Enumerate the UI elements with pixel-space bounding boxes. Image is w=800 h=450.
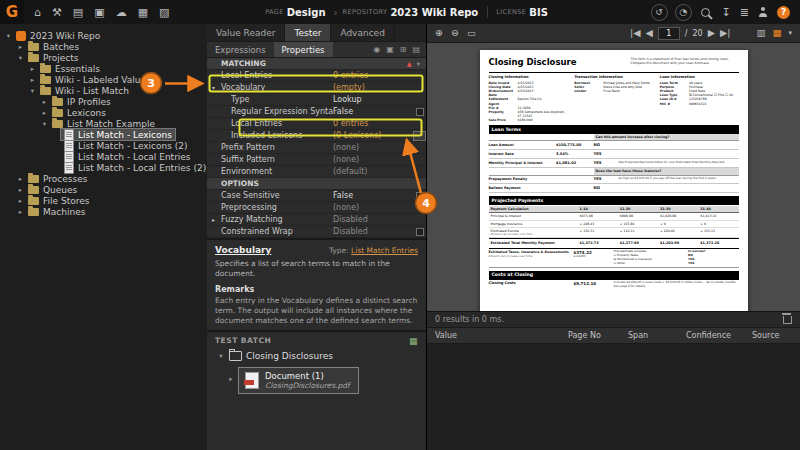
expander-icon[interactable]: ▸ [28,76,37,84]
page-number-input[interactable] [658,27,680,40]
property-value[interactable]: (empty) [333,83,413,92]
collapse-icon[interactable]: ▾ [417,60,420,68]
tree-item[interactable]: ▸ Processes [0,173,207,184]
expander-icon[interactable]: ▸ [16,43,25,51]
clear-results-trash-icon[interactable] [783,316,792,324]
tree-item[interactable]: List Match - Lexicons (2) [0,140,207,151]
stats-icon[interactable]: ▦ [138,7,148,18]
property-row[interactable]: Environment (default) [207,166,426,178]
preview-icon[interactable]: ◉ [373,45,380,54]
document-preview-page[interactable]: Closing Disclosure This form is a statem… [480,50,748,311]
design-tools-icon[interactable]: ⚒ [52,7,62,18]
property-row[interactable]: Type Lookup [207,94,426,106]
property-row[interactable]: Included Lexicons (0 Lexicons) [207,130,426,142]
download-icon[interactable]: ↧ [722,7,731,18]
property-value[interactable]: (default) [333,167,413,176]
property-editor-button[interactable] [413,108,426,116]
zoom-in-icon[interactable]: ⊕ [435,28,443,38]
expander-icon[interactable]: ▸ [16,208,25,216]
property-editor-button[interactable] [413,192,426,200]
results-table-body[interactable] [427,344,800,450]
property-value[interactable]: Disabled [333,215,413,224]
tree-item[interactable]: List Match - Lexicons [0,129,207,140]
last-page-icon[interactable]: ▶| [720,28,731,38]
tree-item[interactable]: ▾ 2023 Wiki Repo [0,30,207,41]
expander-icon[interactable]: ▾ [4,32,13,40]
highlight-results-icon[interactable]: ▦ [773,28,782,38]
prev-page-icon[interactable]: ◀ [645,28,652,38]
schedule-icon[interactable]: ◔ [675,4,692,21]
search-icon[interactable] [701,8,710,17]
tree-item[interactable]: ▸ Essentials [0,63,207,74]
results-column-header[interactable]: Page No [564,331,624,340]
tree-item[interactable]: ▸ File Stores [0,195,207,206]
property-value[interactable]: (0 Lexicons) [333,131,413,140]
save-icon[interactable]: ▣ [386,45,394,54]
property-row[interactable]: Case Sensitive False [207,190,426,202]
help-icon[interactable]: ? [777,6,790,19]
property-value[interactable]: Disabled [333,227,413,236]
sub-tab[interactable]: Expressions [207,42,274,57]
home-icon[interactable]: ⌂ [34,7,41,18]
results-column-header[interactable]: Span [624,331,682,340]
property-value[interactable]: (none) [333,155,413,164]
expander-icon[interactable]: ▾ [16,54,25,62]
reports-icon[interactable]: ▨ [159,7,169,18]
test-batch-icon[interactable]: ▦ [409,336,418,346]
property-value[interactable]: False [333,107,413,116]
tree-item[interactable]: ▸ Batches [0,41,207,52]
user-icon[interactable] [758,7,768,17]
layout-icon[interactable]: ▥ [757,28,766,38]
expander-icon[interactable]: ▸ [28,65,37,73]
property-value[interactable]: 0 entries [333,71,413,80]
projects-icon[interactable]: ▣ [94,7,104,18]
expander-icon[interactable]: ▸ [16,197,25,205]
type-link[interactable]: List Match Entries [351,246,418,255]
property-value[interactable]: 0 entries [333,119,413,128]
batch-document-item[interactable]: Document (1) ClosingDisclosures.pdf [238,367,359,394]
tree-item[interactable]: ▾ Wiki - List Match [0,85,207,96]
tree-item[interactable]: ▾ List Match Example [0,118,207,129]
expander-icon[interactable]: ▸ [16,175,25,183]
expander-icon[interactable]: ▾ [40,120,49,128]
sync-icon[interactable]: ↺ [651,4,668,21]
batch-folder-row[interactable]: ▾ Closing Disclosures [207,348,426,361]
tree-item[interactable]: ▸ Queues [0,184,207,195]
expander-icon[interactable]: ▸ [227,375,235,383]
repository-value[interactable]: 2023 Wiki Repo [390,7,478,18]
document-viewport[interactable]: Closing Disclosure This form is a statem… [427,43,800,311]
expand-icon[interactable]: ⊞ [400,45,407,54]
fit-page-icon[interactable]: ▭ [467,28,476,38]
sub-tab[interactable]: Properties [274,42,333,57]
expander-icon[interactable]: ▸ [16,186,25,194]
property-value[interactable]: False [333,191,413,200]
tree-item[interactable]: ▾ Projects [0,52,207,63]
property-editor-button[interactable] [413,131,426,141]
property-row[interactable]: Regular Expression Syntax False [207,106,426,118]
expander-icon[interactable]: ▾ [217,352,225,360]
collapse-icon[interactable]: ▾ [417,180,420,188]
page-value[interactable]: Design [287,7,326,18]
tab[interactable]: Value Reader [207,24,285,41]
next-page-icon[interactable]: ▶ [708,28,715,38]
results-column-header[interactable]: Confidence [682,331,748,340]
tab[interactable]: Advanced [331,24,394,41]
property-row[interactable]: Prefix Pattern (none) [207,142,426,154]
expander-icon[interactable]: ▸ [40,109,49,117]
tree-item[interactable]: ▸ Wiki - Labeled Value [0,74,207,85]
property-row[interactable]: Suffix Pattern (none) [207,154,426,166]
batches-icon[interactable]: ▤ [73,7,83,18]
property-editor-button[interactable] [413,228,426,236]
property-row[interactable]: Constrained Wrap Disabled [207,226,426,238]
results-column-header[interactable]: Value [427,331,564,340]
property-expander-icon[interactable]: ▾ [212,84,221,91]
viewer-options-dropdown-icon[interactable]: ▾ [788,30,792,37]
property-row[interactable]: ▸ Fuzzy Matching Disabled [207,214,426,226]
property-value[interactable]: (none) [333,143,413,152]
property-value[interactable]: Lookup [333,95,413,104]
tree-item[interactable]: List Match - Local Entries (2) [0,162,207,173]
property-row[interactable]: ▾ Vocabulary (empty) [207,82,426,94]
tree-item[interactable]: ▸ Lexicons [0,107,207,118]
property-expander-icon[interactable]: ▸ [212,216,221,223]
section-header-options[interactable]: OPTIONS ▾ [207,178,426,190]
